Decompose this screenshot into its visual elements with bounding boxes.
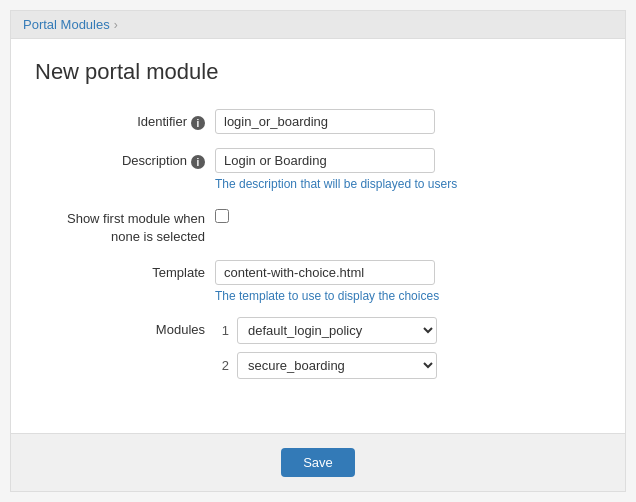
template-hint: The template to use to display the choic… bbox=[215, 289, 535, 303]
page-wrapper: Portal Modules › New portal module Ident… bbox=[10, 10, 626, 492]
modules-label: Modules bbox=[35, 317, 215, 337]
main-content: New portal module Identifier i Descripti… bbox=[11, 39, 625, 413]
module-row-1: 1 default_login_policy secure_boarding bbox=[215, 317, 437, 344]
module-select-1[interactable]: default_login_policy secure_boarding bbox=[237, 317, 437, 344]
description-info-icon[interactable]: i bbox=[191, 155, 205, 169]
breadcrumb-chevron-icon: › bbox=[114, 18, 118, 32]
module-number-1: 1 bbox=[215, 323, 229, 338]
template-label: Template bbox=[35, 260, 215, 280]
breadcrumb-bar: Portal Modules › bbox=[11, 11, 625, 39]
template-control: The template to use to display the choic… bbox=[215, 260, 535, 303]
show-first-module-label: Show first module when none is selected bbox=[35, 205, 215, 246]
show-first-module-row: Show first module when none is selected bbox=[35, 205, 601, 246]
page-title: New portal module bbox=[35, 59, 601, 85]
module-select-2[interactable]: default_login_policy secure_boarding bbox=[237, 352, 437, 379]
modules-section: Modules 1 default_login_policy secure_bo… bbox=[35, 317, 601, 379]
breadcrumb-portal-modules[interactable]: Portal Modules bbox=[23, 17, 110, 32]
modules-rows: 1 default_login_policy secure_boarding 2… bbox=[215, 317, 437, 379]
show-first-module-checkbox[interactable] bbox=[215, 209, 229, 223]
description-label: Description i bbox=[35, 148, 215, 169]
template-input[interactable] bbox=[215, 260, 435, 285]
description-hint: The description that will be displayed t… bbox=[215, 177, 535, 191]
identifier-info-icon[interactable]: i bbox=[191, 116, 205, 130]
footer-bar: Save bbox=[11, 433, 625, 491]
description-control: The description that will be displayed t… bbox=[215, 148, 535, 191]
description-row: Description i The description that will … bbox=[35, 148, 601, 191]
module-number-2: 2 bbox=[215, 358, 229, 373]
identifier-label: Identifier i bbox=[35, 109, 215, 130]
description-input[interactable] bbox=[215, 148, 435, 173]
identifier-control bbox=[215, 109, 535, 134]
module-row-2: 2 default_login_policy secure_boarding bbox=[215, 352, 437, 379]
save-button[interactable]: Save bbox=[281, 448, 355, 477]
show-first-module-control bbox=[215, 205, 535, 226]
identifier-input[interactable] bbox=[215, 109, 435, 134]
identifier-row: Identifier i bbox=[35, 109, 601, 134]
template-row: Template The template to use to display … bbox=[35, 260, 601, 303]
